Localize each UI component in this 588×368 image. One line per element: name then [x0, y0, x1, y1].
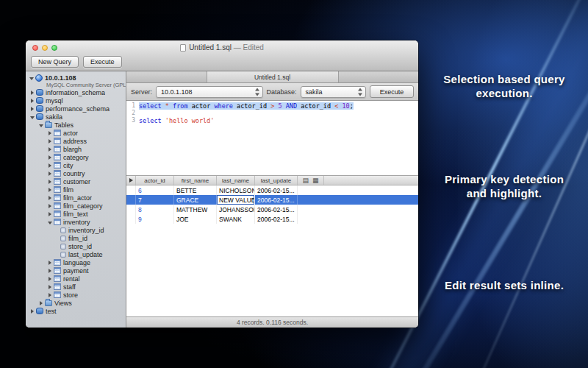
grid-icon[interactable]: ▦ [312, 177, 319, 184]
cell-last-update[interactable]: 2006-02-15... [255, 205, 298, 214]
chevron-right-icon[interactable] [47, 130, 54, 136]
cell-last-update[interactable]: 2006-02-15... [255, 195, 298, 205]
chevron-right-icon[interactable] [47, 268, 54, 274]
chevron-right-icon[interactable] [47, 146, 54, 152]
cell-first-name[interactable]: GRACE [174, 195, 217, 205]
database-dropdown[interactable]: sakila [301, 86, 367, 98]
table-row[interactable]: 6 BETTE NICHOLSON 2006-02-15... [126, 185, 418, 195]
chevron-right-icon[interactable] [47, 195, 54, 201]
sidebar-item-store[interactable]: store [26, 291, 126, 299]
sidebar-item-views-folder[interactable]: Views [26, 299, 126, 307]
sidebar-item-category[interactable]: category [26, 153, 126, 161]
chevron-down-icon[interactable] [29, 114, 36, 120]
cell-actor-id[interactable]: 6 [136, 185, 174, 195]
sidebar-item-test[interactable]: test [26, 307, 126, 315]
table-icon [54, 194, 61, 201]
cell-last-update[interactable]: 2006-02-15... [255, 214, 298, 224]
sidebar-item-blargh[interactable]: blargh [26, 145, 126, 153]
cell-actor-id[interactable]: 7 [136, 195, 174, 205]
cell-actor-id[interactable]: 8 [136, 205, 174, 214]
chevron-right-icon[interactable] [29, 308, 36, 314]
chevron-right-icon[interactable] [47, 155, 54, 160]
execute-query-button[interactable]: Execute [370, 85, 414, 98]
sidebar-item-language[interactable]: language [26, 258, 126, 266]
chevron-down-icon[interactable] [38, 122, 45, 128]
cell-first-name[interactable]: BETTE [174, 185, 217, 195]
chevron-right-icon[interactable] [47, 187, 54, 193]
sidebar-item-inventory-id[interactable]: inventory_id [26, 226, 126, 234]
results-header-tools: ▤ ▦ [298, 176, 324, 185]
column-icon [60, 244, 66, 250]
sidebar-item-film-category[interactable]: film_category [26, 202, 126, 210]
marketing-text-edit-inline: Edit result sets inline. [425, 278, 584, 292]
sidebar-item-performance-schema[interactable]: performance_schema [26, 105, 126, 113]
chevron-right-icon[interactable] [38, 300, 45, 306]
sidebar-item-inventory[interactable]: inventory [26, 218, 126, 226]
table-row[interactable]: 8 MATTHEW JOHANSSON 2006-02-15... [126, 205, 418, 214]
cell-actor-id[interactable]: 9 [136, 214, 174, 224]
sidebar-item-actor[interactable]: actor [26, 129, 126, 137]
column-header-first-name[interactable]: first_name [174, 176, 217, 185]
desktop-background: Selection based query execution. Primary… [0, 0, 588, 368]
marketing-text-query-execution: Selection based query execution. [425, 72, 584, 100]
sidebar-item-country[interactable]: country [26, 169, 126, 177]
chevron-right-icon[interactable] [47, 163, 54, 169]
sidebar-item-film-actor[interactable]: film_actor [26, 194, 126, 202]
column-icon [60, 252, 66, 258]
execute-toolbar-button[interactable]: Execute [83, 56, 122, 68]
server-dropdown[interactable]: 10.0.1.108 [156, 86, 263, 98]
chevron-right-icon[interactable] [29, 98, 36, 104]
sql-editor[interactable]: 1 2 3 select * from actor where actor_id… [126, 101, 418, 176]
sidebar-item-city[interactable]: city [26, 161, 126, 169]
sidebar-item-customer[interactable]: customer [26, 177, 126, 185]
sidebar-item-store-id[interactable]: store_id [26, 242, 126, 250]
column-header-last-name[interactable]: last_name [217, 176, 255, 185]
chevron-down-icon[interactable] [29, 75, 35, 81]
column-header-last-update[interactable]: last_update [255, 176, 298, 185]
sidebar-item-film[interactable]: film [26, 185, 126, 194]
sidebar-item-address[interactable]: address [26, 137, 126, 145]
cell-first-name[interactable]: JOE [174, 214, 217, 224]
table-icon [54, 219, 61, 225]
chevron-right-icon[interactable] [47, 292, 54, 298]
cell-last-name[interactable]: NICHOLSON [217, 185, 255, 195]
window-title-text: Untitled 1.sql [189, 43, 232, 52]
sidebar-item-rental[interactable]: rental [26, 275, 126, 283]
sidebar-item-information-schema[interactable]: information_schema [26, 88, 126, 96]
chevron-right-icon[interactable] [29, 106, 36, 112]
cell-last-name[interactable]: SWANK [217, 214, 255, 224]
chevron-right-icon[interactable] [47, 211, 54, 217]
chevron-right-icon[interactable] [47, 203, 54, 209]
chevron-right-icon[interactable] [29, 90, 36, 96]
cell-last-name[interactable]: JOHANSSON [217, 205, 255, 214]
sidebar-item-last-update[interactable]: last_update [26, 250, 126, 258]
chevron-right-icon[interactable] [47, 260, 54, 266]
cell-last-update[interactable]: 2006-02-15... [255, 185, 298, 195]
chevron-down-icon[interactable] [47, 219, 54, 225]
sidebar-item-film-text[interactable]: film_text [26, 210, 126, 218]
sidebar-server[interactable]: 10.0.1.108 [26, 71, 126, 82]
chevron-right-icon[interactable] [47, 284, 54, 290]
sidebar-item-staff[interactable]: staff [26, 283, 126, 291]
new-query-button[interactable]: New Query [31, 56, 79, 68]
chevron-right-icon[interactable] [47, 171, 54, 177]
edit-icon[interactable]: ▤ [302, 177, 309, 184]
column-header-actor-id[interactable]: actor_id [136, 176, 174, 185]
table-row-selected[interactable]: 7 GRACE NEW VALUE 2006-02-15... [126, 195, 418, 205]
sidebar-item-tables-folder[interactable]: Tables [26, 121, 126, 129]
chevron-right-icon[interactable] [47, 179, 54, 185]
sidebar-item-film-id[interactable]: film_id [26, 234, 126, 242]
tab-untitled-sql[interactable]: Untitled 1.sql [207, 71, 339, 82]
sql-code[interactable]: select * from actor where actor_id > 5 A… [137, 101, 418, 175]
folder-icon [45, 300, 52, 306]
database-icon [36, 113, 43, 120]
sidebar-item-sakila[interactable]: sakila [26, 113, 126, 121]
cell-last-name-editing[interactable]: NEW VALUE [217, 195, 255, 205]
cell-first-name[interactable]: MATTHEW [174, 205, 217, 214]
results-empty-area [126, 224, 418, 316]
sidebar-item-mysql[interactable]: mysql [26, 96, 126, 105]
chevron-right-icon[interactable] [47, 276, 54, 282]
table-row[interactable]: 9 JOE SWANK 2006-02-15... [126, 214, 418, 224]
sidebar-item-payment[interactable]: payment [26, 266, 126, 275]
chevron-right-icon[interactable] [47, 138, 54, 144]
